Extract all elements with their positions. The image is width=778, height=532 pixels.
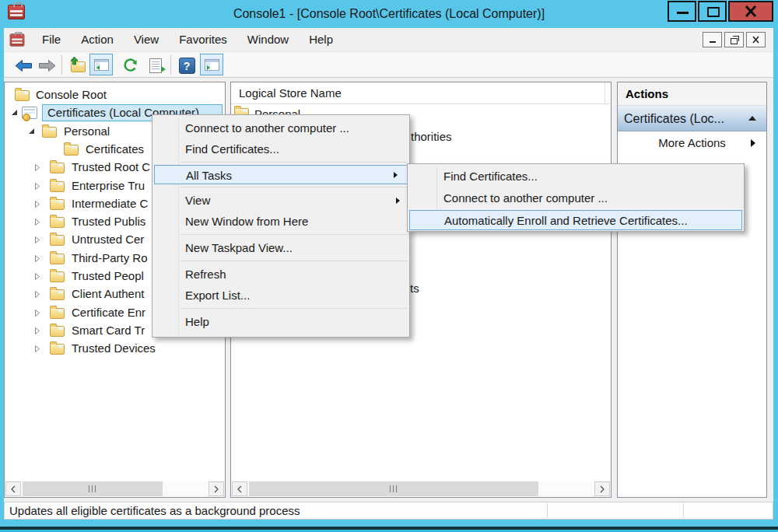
actions-section-certificates[interactable]: Certificates (Loc... [618,106,766,131]
menu-item-connect-to-another-computer[interactable]: Connect to another computer ... [152,117,409,138]
collapsed-arrow-icon[interactable] [34,254,40,263]
scroll-track[interactable] [247,481,594,496]
menu-item-help[interactable]: Help [152,311,409,332]
document-icon [149,58,162,73]
minimize-button[interactable] [668,1,696,22]
menu-action[interactable]: Action [71,28,124,51]
scroll-track[interactable] [21,481,209,496]
child-minimize-button[interactable] [703,32,722,47]
menu-window[interactable]: Window [237,28,299,51]
list-row-fragment-ts[interactable]: ts [410,282,419,295]
show-hide-action-pane-button[interactable] [200,54,223,75]
menu-separator [180,308,407,309]
up-arrow-icon [70,57,79,65]
export-arrow-icon [161,66,166,72]
menu-item-all-tasks[interactable]: All Tasks [154,165,408,184]
submenu-item-connect-to-another-computer[interactable]: Connect to another computer ... [408,187,744,209]
scroll-left-button[interactable] [232,481,247,496]
forward-button[interactable] [37,55,57,75]
menu-item-find-certificates[interactable]: Find Certificates... [152,138,409,159]
mmc-console-icon [10,33,25,46]
status-separator [547,503,548,518]
collapsed-arrow-icon[interactable] [34,272,40,281]
folder-icon [50,181,65,192]
scroll-right-button[interactable] [594,481,610,496]
maximize-button[interactable] [698,1,727,22]
child-close-button[interactable] [746,32,766,47]
scroll-left-button[interactable] [5,481,21,496]
tree-item-trusted-devices[interactable]: Trusted Devices [5,340,225,357]
titlebar[interactable]: Console1 - [Console Root\Certificates (L… [0,0,778,28]
menu-item-new-taskpad-view[interactable]: New Taskpad View... [152,237,409,258]
menu-item-export-list[interactable]: Export List... [152,285,409,306]
collapsed-arrow-icon[interactable] [34,290,40,299]
submenu-item-automatically-enroll-and-retrieve-certificates[interactable]: Automatically Enroll and Retrieve Certif… [409,210,742,230]
minimize-icon [677,12,689,14]
menu-bar: File Action View Favorites Window Help [4,28,773,51]
collapsed-arrow-icon[interactable] [34,218,40,226]
actions-panel: Actions Certificates (Loc... More Action… [617,82,767,498]
export-list-button[interactable] [145,55,166,75]
folder-icon [50,217,65,228]
chevron-left-icon [237,485,242,493]
child-restore-button[interactable] [724,32,744,47]
menu-separator [180,162,407,163]
show-hide-console-tree-button[interactable] [89,54,113,75]
folder-icon [50,344,65,355]
window-title: Console1 - [Console Root\Certificates (L… [0,0,778,28]
collapsed-arrow-icon[interactable] [34,182,40,191]
menu-file[interactable]: File [32,28,71,51]
chevron-right-icon [600,485,605,493]
forward-icon [38,59,56,72]
collapse-section-icon[interactable] [748,116,756,121]
collapsed-arrow-icon[interactable] [34,345,40,353]
console-tree-icon [94,59,109,71]
collapsed-arrow-icon[interactable] [34,236,40,244]
collapsed-arrow-icon[interactable] [34,327,40,335]
scroll-thumb[interactable] [23,481,163,496]
collapsed-arrow-icon[interactable] [34,309,40,317]
actions-panel-title: Actions [618,82,766,106]
tree-item-console-root[interactable]: Console Root [5,86,225,103]
menu-separator [180,187,407,187]
column-header-logical-store-name[interactable]: Logical Store Name [231,82,611,104]
collapsed-arrow-icon[interactable] [34,163,40,172]
scroll-right-button[interactable] [209,481,224,496]
scroll-thumb[interactable] [249,481,538,496]
help-button[interactable]: ? [177,55,197,75]
certificates-snapin-icon [22,107,37,119]
submenu-item-find-certificates[interactable]: Find Certificates... [408,166,744,187]
status-separator [683,503,684,518]
folder-icon [15,90,30,101]
refresh-icon [123,58,138,73]
expanded-arrow-icon[interactable] [11,109,18,116]
folder-icon [50,308,65,319]
chevron-left-icon [11,485,16,493]
menu-item-refresh[interactable]: Refresh [152,264,409,285]
folder-icon [64,145,79,156]
list-row-fragment-authorities[interactable]: thorities [411,130,452,143]
more-actions-item[interactable]: More Actions [618,131,766,155]
folder-icon [50,254,65,264]
back-button[interactable] [13,55,33,75]
menu-favorites[interactable]: Favorites [169,28,237,51]
close-button[interactable] [728,1,773,22]
menu-item-new-window-from-here[interactable]: New Window from Here [152,211,409,232]
child-minimize-icon [710,41,716,43]
menu-item-view[interactable]: View [152,190,409,211]
up-one-level-button[interactable] [68,55,88,75]
toolbar-separator [61,55,62,75]
collapsed-arrow-icon[interactable] [34,200,40,208]
column-divider[interactable] [605,82,605,103]
list-horizontal-scrollbar[interactable] [232,481,610,496]
tree-horizontal-scrollbar[interactable] [5,481,224,496]
refresh-button[interactable] [121,55,141,75]
menu-help[interactable]: Help [299,28,343,51]
chevron-right-icon [214,485,219,493]
child-close-icon [747,33,765,47]
folder-icon [50,326,65,337]
menu-view[interactable]: View [124,28,169,51]
folder-icon [50,199,65,210]
expanded-arrow-icon[interactable] [28,128,35,135]
menu-separator [180,261,407,261]
